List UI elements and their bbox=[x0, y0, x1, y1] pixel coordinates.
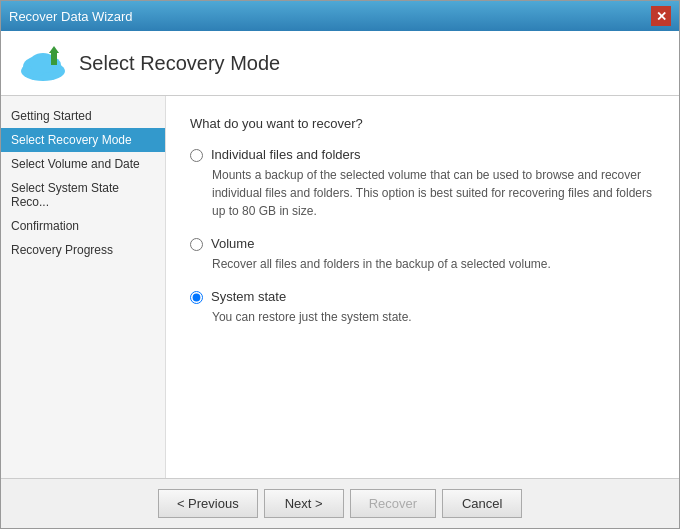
close-button[interactable]: ✕ bbox=[651, 6, 671, 26]
sidebar-item-getting-started[interactable]: Getting Started bbox=[1, 104, 165, 128]
sidebar-item-select-system-state[interactable]: Select System State Reco... bbox=[1, 176, 165, 214]
main-content: Getting Started Select Recovery Mode Sel… bbox=[1, 96, 679, 478]
wizard-header: Select Recovery Mode bbox=[1, 31, 679, 96]
svg-rect-5 bbox=[51, 53, 57, 65]
desc-individual-files: Mounts a backup of the selected volume t… bbox=[212, 166, 655, 220]
wizard-icon bbox=[17, 43, 65, 83]
label-individual-files[interactable]: Individual files and folders bbox=[211, 147, 361, 162]
radio-individual-files[interactable] bbox=[190, 149, 203, 162]
cancel-button[interactable]: Cancel bbox=[442, 489, 522, 518]
option-system-state-row: System state bbox=[190, 289, 655, 304]
footer: < Previous Next > Recover Cancel bbox=[1, 478, 679, 528]
option-system-state: System state You can restore just the sy… bbox=[190, 289, 655, 326]
option-volume: Volume Recover all files and folders in … bbox=[190, 236, 655, 273]
recover-button[interactable]: Recover bbox=[350, 489, 436, 518]
previous-button[interactable]: < Previous bbox=[158, 489, 258, 518]
label-system-state[interactable]: System state bbox=[211, 289, 286, 304]
sidebar: Getting Started Select Recovery Mode Sel… bbox=[1, 96, 166, 478]
label-volume[interactable]: Volume bbox=[211, 236, 254, 251]
window-title: Recover Data Wizard bbox=[9, 9, 133, 24]
desc-volume: Recover all files and folders in the bac… bbox=[212, 255, 655, 273]
sidebar-item-select-volume-date[interactable]: Select Volume and Date bbox=[1, 152, 165, 176]
radio-volume[interactable] bbox=[190, 238, 203, 251]
page-title: Select Recovery Mode bbox=[79, 52, 280, 75]
sidebar-item-select-recovery-mode[interactable]: Select Recovery Mode bbox=[1, 128, 165, 152]
sidebar-item-confirmation[interactable]: Confirmation bbox=[1, 214, 165, 238]
next-button[interactable]: Next > bbox=[264, 489, 344, 518]
radio-system-state[interactable] bbox=[190, 291, 203, 304]
content-area: What do you want to recover? Individual … bbox=[166, 96, 679, 478]
content-question: What do you want to recover? bbox=[190, 116, 655, 131]
wizard-window: Recover Data Wizard ✕ Select Recovery Mo… bbox=[0, 0, 680, 529]
option-individual-files: Individual files and folders Mounts a ba… bbox=[190, 147, 655, 220]
svg-marker-4 bbox=[49, 46, 59, 53]
desc-system-state: You can restore just the system state. bbox=[212, 308, 655, 326]
option-volume-row: Volume bbox=[190, 236, 655, 251]
sidebar-item-recovery-progress[interactable]: Recovery Progress bbox=[1, 238, 165, 262]
title-bar: Recover Data Wizard ✕ bbox=[1, 1, 679, 31]
option-individual-files-row: Individual files and folders bbox=[190, 147, 655, 162]
